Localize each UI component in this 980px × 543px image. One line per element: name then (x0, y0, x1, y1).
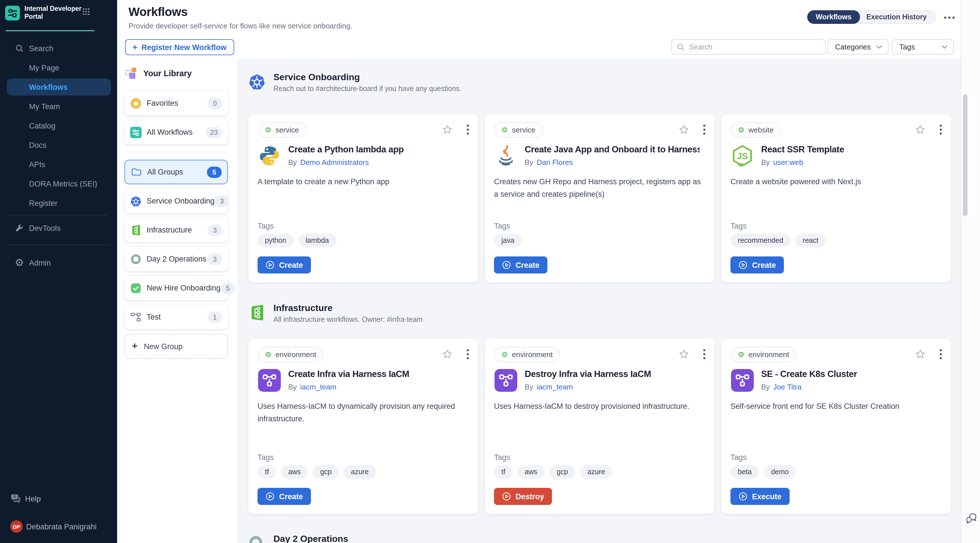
kebab-menu-icon[interactable] (702, 123, 706, 136)
sidebar-item-my-team[interactable]: My Team (7, 98, 111, 115)
tag-gcp: gcp (549, 465, 575, 479)
sidebar-item-dora-metrics-sei[interactable]: DORA Metrics (SEI) (7, 175, 111, 192)
library-item-all-groups[interactable]: All Groups5 (124, 160, 228, 184)
favorite-star-icon[interactable] (678, 124, 689, 135)
section-title: Service Onboarding (274, 72, 461, 83)
help-button[interactable]: ? Help (0, 491, 117, 506)
toolbar: + Register New Workflow Categories Tags (117, 35, 961, 59)
kebab-menu-icon[interactable] (939, 123, 943, 136)
sidebar-item-label: My Team (29, 102, 60, 111)
favorite-star-icon[interactable] (678, 349, 689, 360)
new-group-button[interactable]: +New Group (124, 334, 228, 359)
kind-chip-label: service (512, 126, 535, 134)
library-item-new-hire-onboarding[interactable]: New Hire Onboarding5 (124, 276, 228, 300)
python-icon (258, 144, 282, 168)
search-input[interactable] (671, 39, 826, 54)
library-item-infrastructure[interactable]: Infrastructure3 (124, 218, 228, 242)
search-icon (676, 43, 685, 51)
count-badge: 5 (207, 166, 222, 178)
tag-demo: demo (764, 465, 796, 479)
favorite-star-icon[interactable] (915, 124, 926, 135)
kind-chip-label: environment (748, 350, 789, 359)
tab-execution-history[interactable]: Execution History (853, 10, 936, 24)
section-header-text: Service OnboardingReach out to #architec… (274, 72, 461, 93)
author-link[interactable]: Joe Titra (773, 383, 802, 391)
gear-icon: ⚙ (738, 126, 745, 134)
tag-tf: tf (258, 465, 276, 479)
pipeline-icon (258, 368, 282, 392)
library-item-favorites[interactable]: Favorites0 (124, 91, 228, 115)
plus-icon: + (132, 42, 138, 52)
count-badge: 23 (205, 126, 222, 138)
author-link[interactable]: Demo Administrators (300, 158, 369, 167)
kind-chip: ⚙website (730, 122, 781, 138)
sidebar-item-search[interactable]: Search (7, 40, 111, 57)
kebab-menu-icon[interactable] (466, 348, 470, 360)
author-link[interactable]: Dan Flores (537, 158, 573, 167)
count-badge: 3 (215, 195, 229, 207)
kind-chip: ⚙service (258, 122, 306, 138)
new-group-label: New Group (144, 342, 183, 350)
sidebar-item-register[interactable]: Register (7, 194, 111, 212)
workflow-byline: ByDemo Administrators (288, 158, 369, 167)
favorite-star-icon[interactable] (442, 124, 453, 135)
sidebar-item-my-page[interactable]: My Page (7, 59, 111, 76)
by-label: By (761, 158, 770, 167)
more-options-icon[interactable]: ••• (944, 13, 956, 21)
sidebar-item-catalog[interactable]: Catalog (7, 117, 111, 134)
user-menu[interactable]: DP Debabrata Panigrahi (0, 519, 117, 535)
apps-grid-icon[interactable] (83, 8, 90, 15)
infra-icon (130, 224, 142, 236)
kebab-menu-icon[interactable] (939, 348, 943, 360)
app-root: Internal Developer Portal SearchMy PageW… (0, 0, 980, 543)
author-link[interactable]: iacm_team (537, 383, 573, 391)
sidebar-item-label: Admin (29, 258, 51, 267)
gear-icon: ⚙ (501, 126, 508, 134)
tag-list: pythonlambda (258, 234, 336, 247)
workflow-title: Create Infra via Harness IaCM (288, 369, 463, 379)
sidebar-item-label: Catalog (29, 121, 56, 130)
sidebar-item-admin[interactable]: ⚙Admin (7, 254, 111, 271)
kebab-menu-icon[interactable] (466, 123, 470, 136)
view-toggle: Workflows Execution History ••• (807, 10, 956, 24)
library-item-service-onboarding[interactable]: Service Onboarding3 (124, 189, 228, 213)
create-button[interactable]: Create (258, 256, 311, 274)
section-title: Day 2 Operations (274, 534, 348, 543)
library-divider (126, 152, 227, 152)
sidebar-item-workflows[interactable]: Workflows (7, 78, 111, 96)
vertical-scrollbar[interactable] (963, 94, 967, 216)
tags-label: Tags (258, 222, 274, 230)
library-item-test[interactable]: Test1 (124, 305, 228, 329)
categories-dropdown[interactable]: Categories (828, 39, 888, 54)
destroy-button[interactable]: Destroy (494, 488, 552, 505)
register-new-workflow-button[interactable]: + Register New Workflow (125, 39, 234, 55)
kind-chip: ⚙environment (494, 347, 560, 362)
play-icon (738, 260, 748, 269)
sidebar-item-devtools[interactable]: DevTools (7, 220, 111, 237)
sidebar-item-docs[interactable]: Docs (7, 137, 111, 153)
chevron-down-icon (941, 45, 948, 49)
kebab-menu-icon[interactable] (702, 348, 706, 360)
author-link[interactable]: user:web (773, 158, 803, 167)
section-subtitle: All infrastructure workflows. Owner: #in… (274, 315, 423, 323)
execute-button[interactable]: Execute (730, 488, 789, 505)
content-area: Your Library Favorites0All Workflows23Al… (117, 59, 961, 543)
create-button[interactable]: Create (494, 256, 547, 274)
create-button[interactable]: Create (258, 488, 311, 505)
author-link[interactable]: iacm_team (300, 383, 336, 391)
library-item-all-workflows[interactable]: All Workflows23 (124, 120, 228, 145)
library-item-label: Infrastructure (147, 226, 192, 234)
library-item-day-2-operations[interactable]: Day 2 Operations3 (124, 247, 228, 271)
favorite-star-icon[interactable] (442, 349, 453, 360)
favorite-star-icon[interactable] (915, 349, 926, 360)
tags-dropdown[interactable]: Tags (892, 39, 954, 54)
tag-list: tfawsgcpazure (494, 465, 612, 479)
library-panel: Your Library Favorites0All Workflows23Al… (117, 59, 237, 543)
workflow-title: Create a Python lambda app (288, 145, 463, 154)
kind-chip-label: environment (512, 350, 552, 359)
chat-support-icon[interactable] (965, 512, 978, 524)
tab-workflows[interactable]: Workflows (807, 10, 860, 24)
create-button[interactable]: Create (730, 256, 784, 274)
workflow-byline: Byuser:web (761, 158, 803, 167)
sidebar-item-apis[interactable]: APIs (7, 156, 111, 173)
